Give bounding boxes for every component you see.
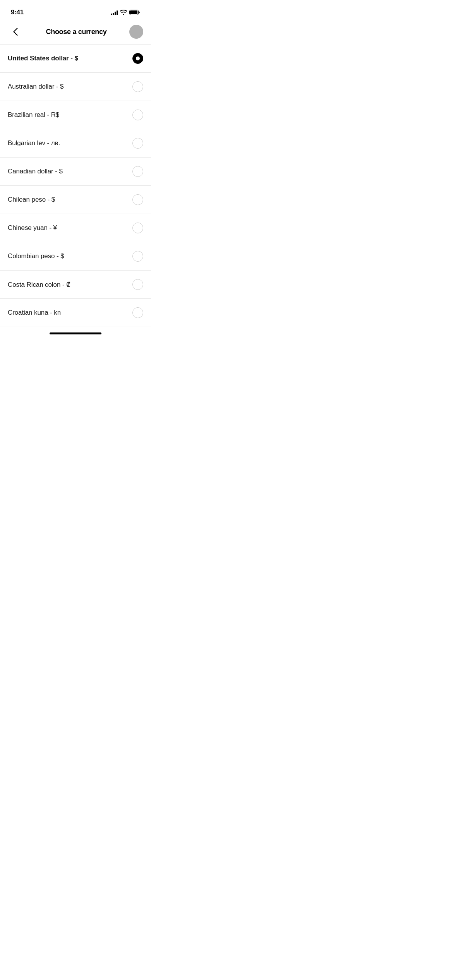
signal-icon: [111, 10, 118, 15]
nav-header: Choose a currency: [0, 19, 151, 45]
svg-rect-1: [130, 10, 137, 14]
currency-label-usd: United States dollar - $: [8, 55, 78, 62]
radio-aud: [132, 81, 143, 92]
currency-item-cop[interactable]: Colombian peso - $: [0, 242, 151, 271]
radio-inner-usd: [136, 57, 140, 60]
radio-cop: [132, 251, 143, 262]
profile-icon[interactable]: [129, 25, 143, 39]
currency-item-aud[interactable]: Australian dollar - $: [0, 73, 151, 101]
battery-icon: [129, 10, 140, 15]
back-icon: [13, 28, 18, 36]
currency-label-clp: Chilean peso - $: [8, 196, 55, 204]
currency-item-brl[interactable]: Brazilian real - R$: [0, 101, 151, 129]
radio-usd: [132, 53, 143, 64]
status-time: 9:41: [11, 9, 24, 16]
currency-list: United States dollar - $ Australian doll…: [0, 45, 151, 327]
currency-item-usd[interactable]: United States dollar - $: [0, 45, 151, 73]
currency-item-clp[interactable]: Chilean peso - $: [0, 186, 151, 214]
currency-item-bgn[interactable]: Bulgarian lev - лв.: [0, 129, 151, 158]
radio-brl: [132, 110, 143, 120]
currency-item-hrk[interactable]: Croatian kuna - kn: [0, 299, 151, 327]
currency-label-bgn: Bulgarian lev - лв.: [8, 139, 60, 147]
status-icons: [111, 10, 140, 15]
currency-item-cad[interactable]: Canadian dollar - $: [0, 158, 151, 186]
currency-label-aud: Australian dollar - $: [8, 83, 63, 91]
currency-item-cny[interactable]: Chinese yuan - ¥: [0, 214, 151, 242]
currency-item-crc[interactable]: Costa Rican colon - ₡: [0, 271, 151, 299]
currency-label-cop: Colombian peso - $: [8, 252, 64, 260]
currency-label-cad: Canadian dollar - $: [8, 168, 63, 175]
currency-label-crc: Costa Rican colon - ₡: [8, 281, 70, 289]
radio-cny: [132, 223, 143, 233]
radio-bgn: [132, 138, 143, 149]
radio-crc: [132, 279, 143, 290]
radio-cad: [132, 166, 143, 177]
radio-hrk: [132, 307, 143, 318]
wifi-icon: [120, 10, 127, 15]
currency-label-brl: Brazilian real - R$: [8, 111, 59, 119]
page-title: Choose a currency: [46, 28, 107, 36]
home-indicator: [0, 329, 151, 338]
currency-label-hrk: Croatian kuna - kn: [8, 309, 61, 317]
back-button[interactable]: [8, 24, 23, 39]
home-bar: [50, 332, 101, 334]
currency-label-cny: Chinese yuan - ¥: [8, 224, 57, 232]
radio-clp: [132, 194, 143, 205]
status-bar: 9:41: [0, 0, 151, 19]
